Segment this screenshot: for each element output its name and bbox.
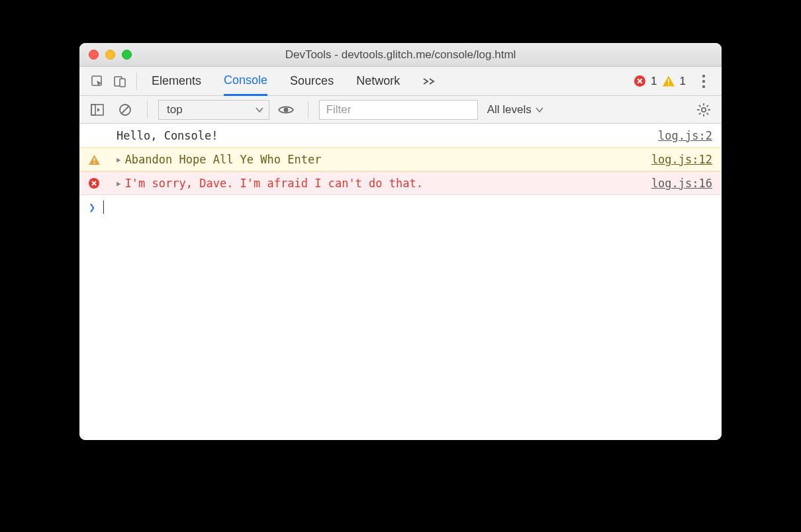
- message-text: Hello, Console!: [117, 129, 658, 142]
- error-count: 1: [651, 75, 657, 88]
- issue-badges[interactable]: 1 1: [634, 75, 686, 88]
- separator: [136, 73, 137, 90]
- svg-rect-5: [668, 84, 669, 85]
- svg-line-21: [707, 105, 709, 107]
- console-message-log: Hello, Console! log.js:2: [79, 124, 722, 148]
- minimize-window-button[interactable]: [105, 50, 115, 60]
- tab-sources[interactable]: Sources: [290, 67, 334, 96]
- filter-input[interactable]: [319, 100, 478, 120]
- prompt-chevron-icon: ❯: [89, 200, 95, 214]
- maximize-window-button[interactable]: [122, 50, 132, 60]
- svg-rect-24: [94, 162, 95, 163]
- context-label: top: [167, 103, 183, 116]
- window-title: DevTools - devtools.glitch.me/console/lo…: [79, 48, 722, 62]
- inspect-element-icon[interactable]: [86, 70, 109, 93]
- svg-point-6: [702, 74, 705, 77]
- svg-point-7: [702, 79, 705, 82]
- svg-rect-4: [668, 79, 669, 83]
- titlebar: DevTools - devtools.glitch.me/console/lo…: [79, 43, 722, 67]
- tab-elements[interactable]: Elements: [152, 67, 201, 96]
- warning-icon: [89, 155, 100, 165]
- tab-overflow[interactable]: [422, 67, 436, 96]
- console-toolbar: top All levels: [79, 96, 722, 124]
- execution-context-selector[interactable]: top: [158, 100, 269, 120]
- message-source-link[interactable]: log.js:2: [658, 129, 712, 142]
- console-message-warning: ▶ Abandon Hope All Ye Who Enter log.js:1…: [79, 148, 722, 171]
- console-prompt[interactable]: ❯: [79, 195, 722, 219]
- console-message-error: ▶ I'm sorry, Dave. I'm afraid I can't do…: [79, 171, 722, 195]
- text-caret: [103, 200, 104, 214]
- panel-tabs: Elements Console Sources Network: [152, 67, 436, 96]
- expand-toggle-icon[interactable]: ▶: [117, 179, 121, 188]
- devtools-window: DevTools - devtools.glitch.me/console/lo…: [79, 43, 722, 440]
- svg-line-19: [699, 105, 701, 107]
- svg-rect-23: [94, 157, 95, 161]
- clear-console-icon[interactable]: [114, 99, 136, 121]
- svg-line-20: [707, 112, 709, 114]
- warning-count: 1: [680, 75, 686, 88]
- chevron-down-icon: [256, 107, 263, 112]
- toggle-sidebar-icon[interactable]: [86, 99, 109, 121]
- live-expression-icon[interactable]: [275, 99, 297, 121]
- message-source-link[interactable]: log.js:16: [651, 177, 712, 190]
- chevron-down-icon: [536, 107, 543, 112]
- svg-point-8: [702, 85, 705, 87]
- expand-toggle-icon[interactable]: ▶: [117, 155, 121, 164]
- message-source-link[interactable]: log.js:12: [651, 153, 712, 166]
- svg-line-12: [122, 106, 129, 113]
- svg-point-14: [702, 107, 706, 111]
- tab-console[interactable]: Console: [224, 67, 267, 96]
- close-window-button[interactable]: [89, 50, 99, 60]
- settings-gear-icon[interactable]: [692, 99, 715, 121]
- console-output: Hello, Console! log.js:2 ▶ Abandon Hope …: [79, 124, 722, 440]
- log-levels-selector[interactable]: All levels: [483, 103, 547, 116]
- traffic-lights: [89, 50, 132, 60]
- tab-network[interactable]: Network: [356, 67, 400, 96]
- device-toolbar-icon[interactable]: [109, 70, 131, 93]
- separator: [147, 101, 148, 118]
- svg-rect-2: [120, 79, 125, 87]
- error-badge-icon: [634, 75, 645, 87]
- kebab-menu-icon[interactable]: [692, 70, 715, 93]
- svg-rect-10: [91, 105, 95, 115]
- levels-label: All levels: [487, 103, 532, 116]
- message-text: Abandon Hope All Ye Who Enter: [125, 153, 651, 166]
- svg-line-22: [699, 112, 701, 114]
- main-tabbar: Elements Console Sources Network 1 1: [79, 67, 722, 96]
- error-icon: [89, 178, 99, 189]
- message-text: I'm sorry, Dave. I'm afraid I can't do t…: [125, 177, 651, 190]
- svg-point-13: [283, 107, 288, 112]
- separator: [308, 101, 308, 118]
- warning-badge-icon: [663, 75, 675, 87]
